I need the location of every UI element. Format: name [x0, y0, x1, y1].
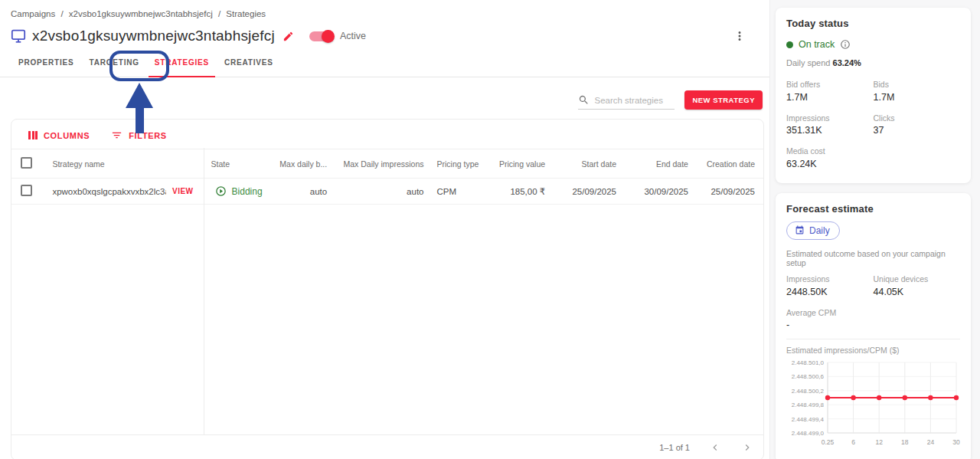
svg-text:2.448.499,0: 2.448.499,0 — [792, 430, 825, 437]
stat-impressions: Impressions 351.31K — [786, 110, 874, 140]
daily-spend-value: 63.24% — [833, 58, 861, 67]
search-input[interactable] — [594, 96, 675, 105]
cell-max-daily-b: auto — [273, 179, 330, 205]
forecast-subtitle: Estimated outcome based on your campaign… — [786, 249, 960, 268]
breadcrumb-separator: / — [218, 9, 220, 18]
select-all-checkbox[interactable] — [21, 157, 32, 169]
chart-title: Estimated impressions/CPM ($) — [786, 346, 960, 355]
breadcrumb-campaigns[interactable]: Campaigns — [11, 9, 55, 18]
page: Campaigns / x2vsbo1gksuywmbnejwc3ntabhsj… — [0, 0, 980, 459]
toggle-knob — [322, 30, 335, 43]
cell-pricing-value: 185,00 ₹ — [488, 179, 548, 205]
new-strategy-button[interactable]: NEW STRATEGY — [684, 90, 763, 110]
info-icon[interactable] — [840, 39, 851, 50]
pencil-icon[interactable] — [283, 31, 294, 42]
daily-spend-label: Daily spend — [786, 58, 830, 67]
cell-max-daily-impressions: auto — [330, 179, 426, 205]
svg-text:0.25: 0.25 — [822, 438, 835, 446]
column-divider — [204, 148, 204, 435]
svg-text:12: 12 — [875, 438, 883, 446]
svg-text:18: 18 — [901, 438, 909, 446]
col-start-date: Start date — [548, 149, 619, 179]
tab-creatives[interactable]: CREATIVES — [217, 58, 281, 77]
forecast-title: Forecast estimate — [786, 203, 960, 215]
stat-unique-devices: Unique devices 44.05K — [874, 271, 961, 301]
pagination-prev-button[interactable] — [708, 441, 722, 454]
col-state: State — [206, 149, 274, 179]
search-icon — [578, 94, 590, 106]
sidebar: Today status On track Daily spend 63.24%… — [776, 8, 971, 459]
filters-button-label: FILTERS — [129, 131, 167, 140]
period-selector[interactable]: Daily — [786, 221, 840, 240]
breadcrumb-campaign-id[interactable]: x2vsbo1gksuywmbnejwc3ntabhsjefcj — [69, 9, 213, 18]
calendar-icon — [795, 225, 805, 235]
forecast-stats: Impressions 2448.50K Unique devices 44.0… — [786, 271, 960, 334]
svg-text:30: 30 — [952, 438, 960, 446]
table-toolbar: COLUMNS FILTERS — [11, 120, 763, 149]
svg-text:2.448.500,2: 2.448.500,2 — [792, 388, 825, 395]
active-toggle[interactable] — [309, 31, 333, 41]
stat-bid-offers: Bid offers 1.7M — [786, 77, 874, 107]
title-row: x2vsbo1gksuywmbnejwc3ntabhsjefcj Active — [11, 25, 759, 47]
table-row[interactable]: xpwoxb0xqslgcpakxvxbx2lc3awp... VIEW Bid… — [11, 179, 763, 205]
tab-targeting[interactable]: TARGETING — [81, 58, 146, 77]
play-circle-icon — [215, 185, 227, 197]
tab-bar: PROPERTIES TARGETING STRATEGIES CREATIVE… — [0, 58, 769, 77]
cell-start-date: 25/09/2025 — [548, 179, 619, 205]
forecast-chart: 2.448.501,02.448.500,62.448.500,22.448.4… — [786, 356, 962, 450]
col-strategy-name: Strategy name — [42, 149, 205, 179]
today-status-title: Today status — [786, 18, 960, 29]
table-header-row: Strategy name State Max daily b... Max D… — [11, 149, 763, 179]
col-pricing-type: Pricing type — [426, 149, 488, 179]
stat-media-cost: Media cost 63.24K — [786, 143, 874, 173]
breadcrumb-separator: / — [60, 9, 63, 18]
svg-text:2.448.500,6: 2.448.500,6 — [792, 374, 825, 381]
columns-button[interactable]: COLUMNS — [28, 131, 90, 140]
stat-forecast-impressions: Impressions 2448.50K — [786, 271, 874, 301]
actions-row: NEW STRATEGY — [0, 77, 769, 110]
pagination: 1–1 of 1 — [11, 434, 763, 459]
chart-wrap: 2.448.501,02.448.500,62.448.500,22.448.4… — [786, 356, 960, 453]
status-row: On track — [786, 39, 960, 50]
chevron-left-icon — [709, 441, 721, 454]
state-badge: Bidding — [232, 186, 263, 197]
col-max-daily-b: Max daily b... — [273, 149, 330, 179]
svg-text:2.448.499,4: 2.448.499,4 — [792, 416, 825, 423]
col-max-daily-impressions: Max Daily impressions — [330, 149, 426, 179]
svg-text:24: 24 — [927, 438, 935, 446]
today-status-card: Today status On track Daily spend 63.24%… — [776, 8, 971, 183]
view-link[interactable]: VIEW — [172, 187, 194, 195]
row-checkbox[interactable] — [21, 185, 32, 196]
page-title: x2vsbo1gksuywmbnejwc3ntabhsjefcj — [32, 28, 275, 44]
svg-text:2.448.499,8: 2.448.499,8 — [792, 402, 825, 408]
kebab-menu-icon[interactable] — [733, 29, 746, 43]
svg-text:6: 6 — [851, 438, 855, 446]
col-pricing-value: Pricing value — [488, 149, 548, 179]
col-creation-date: Creation date — [691, 149, 763, 179]
stat-clicks: Clicks 37 — [874, 110, 961, 140]
columns-icon — [28, 131, 38, 139]
today-status-stats: Bid offers 1.7M Bids 1.7M Impressions 35… — [786, 77, 960, 173]
breadcrumb-strategies[interactable]: Strategies — [226, 9, 266, 18]
pagination-next-button[interactable] — [740, 441, 754, 454]
stat-average-cpm: Average CPM - — [786, 305, 960, 335]
pagination-range-label: 1–1 of 1 — [659, 443, 690, 452]
columns-button-label: COLUMNS — [44, 131, 90, 140]
status-dot — [786, 41, 793, 48]
strategies-table: Strategy name State Max daily b... Max D… — [11, 149, 763, 205]
cell-end-date: 30/09/2025 — [619, 179, 691, 205]
stat-bids: Bids 1.7M — [874, 77, 961, 107]
tab-strategies[interactable]: STRATEGIES — [147, 58, 217, 77]
col-end-date: End date — [619, 149, 691, 179]
main-panel: Campaigns / x2vsbo1gksuywmbnejwc3ntabhsj… — [0, 0, 770, 459]
svg-text:2.448.501,0: 2.448.501,0 — [792, 359, 825, 366]
active-toggle-label: Active — [340, 31, 366, 41]
period-label: Daily — [809, 225, 830, 236]
daily-spend: Daily spend 63.24% — [786, 58, 960, 67]
status-badge: On track — [799, 39, 835, 50]
tab-properties[interactable]: PROPERTIES — [11, 58, 81, 77]
breadcrumb: Campaigns / x2vsbo1gksuywmbnejwc3ntabhsj… — [0, 0, 769, 18]
filters-button[interactable]: FILTERS — [111, 130, 167, 141]
filter-list-icon — [111, 130, 122, 141]
strategy-name: xpwoxb0xqslgcpakxvxbx2lc3awp... — [45, 187, 166, 196]
